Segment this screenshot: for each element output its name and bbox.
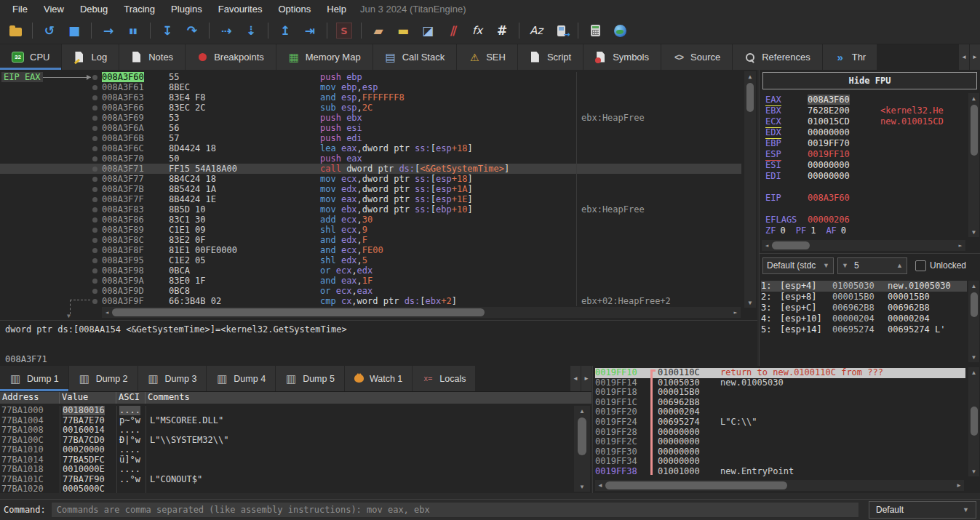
- trace-into-icon[interactable]: ⇣: [243, 23, 259, 39]
- menu-item-file[interactable]: File: [4, 1, 36, 17]
- argument-row[interactable]: 1:[esp+4]01005030new.01005030: [761, 281, 967, 292]
- register-row[interactable]: ESP0019FF10: [765, 149, 965, 160]
- disassembly-hscrollbar[interactable]: ◄ ►: [102, 307, 741, 318]
- disasm-row[interactable]: 008A3F95C1E2 05shl edx,5: [0, 255, 741, 265]
- disasm-row[interactable]: 008A3F6A56push esi: [0, 123, 741, 133]
- scroll-thumb[interactable]: [971, 292, 978, 317]
- tab-scroll-right-icon[interactable]: ►: [970, 44, 980, 70]
- disasm-row[interactable]: EIP EAX008A3F6055push ebp: [0, 72, 741, 82]
- scroll-thumb[interactable]: [578, 417, 586, 455]
- disasm-row[interactable]: 008A3F89C1E1 09shl ecx,9: [0, 225, 741, 235]
- scroll-down-icon[interactable]: ▼: [745, 297, 755, 308]
- scroll-up-icon[interactable]: ▲: [969, 281, 979, 291]
- disasm-row[interactable]: 008A3F980BCAor ecx,edx: [0, 265, 741, 276]
- register-row[interactable]: EFLAGS00000206: [765, 215, 965, 225]
- breakpoint-dot[interactable]: [92, 187, 97, 192]
- tab-scroll-left-icon[interactable]: ◄: [570, 366, 581, 391]
- disasm-row[interactable]: 008A3F6383E4 F8and esp,FFFFFFF8: [0, 92, 741, 103]
- scroll-left-icon[interactable]: ◄: [595, 481, 605, 491]
- disassembly-vscrollbar[interactable]: ▲ ▼: [744, 71, 756, 308]
- breakpoint-dot[interactable]: [92, 268, 97, 273]
- dump-column-header[interactable]: Comments: [146, 392, 591, 404]
- scroll-thumb[interactable]: [112, 308, 485, 316]
- register-row[interactable]: EBP0019FF70: [765, 138, 965, 149]
- disasm-row[interactable]: 008A3F71FF15 54A18A00call dword ptr ds:[…: [0, 164, 741, 174]
- argument-row[interactable]: 2:[esp+8]000015B0000015B0: [761, 292, 967, 303]
- breakpoint-dot[interactable]: [92, 105, 97, 111]
- tab-breakpoints[interactable]: Breakpoints: [186, 44, 276, 70]
- highlight-icon[interactable]: ∕∕: [445, 23, 461, 39]
- patch-icon[interactable]: ▰: [370, 23, 386, 39]
- disasm-row[interactable]: 008A3F9D0BC8or ecx,eax: [0, 286, 741, 296]
- breakpoint-dot[interactable]: [92, 126, 97, 131]
- dump-tab-dump-1[interactable]: ▥Dump 1: [0, 366, 68, 391]
- menu-item-favourites[interactable]: Favourites: [210, 1, 271, 17]
- profile-select[interactable]: Default ▼: [869, 501, 976, 519]
- tab-thr[interactable]: »Thr: [823, 44, 877, 70]
- tab-script[interactable]: Script: [518, 44, 583, 70]
- tab-references[interactable]: References: [733, 44, 821, 70]
- menu-item-view[interactable]: View: [36, 1, 72, 17]
- register-row[interactable]: EDI00000000: [765, 171, 965, 182]
- register-row[interactable]: [765, 182, 965, 193]
- breakpoint-dot[interactable]: [92, 248, 97, 253]
- disasm-row[interactable]: 008A3F778B4C24 18mov ecx,dword ptr ss:[e…: [0, 174, 741, 184]
- argument-count-spinner[interactable]: ▼ 5 ▲: [837, 257, 907, 274]
- animate-into-icon[interactable]: ⇢: [218, 23, 234, 39]
- tab-call-stack[interactable]: ▤Call Stack: [373, 44, 457, 70]
- comment-icon[interactable]: ▬: [395, 23, 411, 39]
- pause-icon[interactable]: ▮▮: [125, 23, 141, 39]
- stack-pane[interactable]: 0019FF100100110Creturn to new.0100110C f…: [592, 366, 980, 493]
- restart-icon[interactable]: ↺: [41, 23, 57, 39]
- disasm-row[interactable]: 008A3F9A83E0 1Fand eax,1F: [0, 276, 741, 286]
- dump-vscrollbar[interactable]: ▲ ▼: [574, 406, 590, 492]
- dump-row[interactable]: 77BA10200005000C: [0, 484, 573, 493]
- disassembly-pane[interactable]: EIP EAX008A3F6055push ebp008A3F618BECmov…: [0, 70, 757, 321]
- menu-item-debug[interactable]: Debug: [72, 1, 116, 17]
- tab-log[interactable]: Log: [62, 44, 119, 70]
- hide-fpu-button[interactable]: Hide FPU: [762, 72, 977, 89]
- breakpoint-dot[interactable]: [92, 238, 97, 243]
- dump-tab-dump-4[interactable]: ▥Dump 4: [207, 366, 275, 391]
- tab-symbols[interactable]: Symbols: [583, 44, 661, 70]
- dump-row[interactable]: 77BA101000020000....: [0, 445, 573, 455]
- dump-tab-dump-2[interactable]: ▥Dump 2: [69, 366, 138, 391]
- globe-icon[interactable]: [612, 23, 628, 39]
- menu-item-plugins[interactable]: Plugins: [163, 1, 210, 17]
- scroll-down-icon[interactable]: ▼: [969, 227, 979, 237]
- register-row[interactable]: [765, 204, 965, 215]
- breakpoint-dot[interactable]: [92, 279, 97, 284]
- disasm-row[interactable]: 008A3F6953push ebxebx:HeapFree: [0, 113, 741, 123]
- dump-column-header[interactable]: Value: [60, 392, 116, 404]
- disasm-row[interactable]: 008A3F7050push eax: [0, 153, 741, 164]
- az-icon[interactable]: Az: [528, 23, 544, 39]
- hash-icon[interactable]: #: [494, 23, 510, 39]
- tab-scroll-left-icon[interactable]: ◄: [959, 44, 969, 70]
- disasm-row[interactable]: 008A3F6683EC 2Csub esp,2C: [0, 103, 741, 113]
- dump-tab-watch-1[interactable]: Watch 1: [345, 366, 412, 391]
- command-input[interactable]: [51, 502, 859, 518]
- scroll-right-icon[interactable]: ►: [955, 241, 965, 251]
- stack-vscrollbar[interactable]: ▲ ▼: [968, 367, 979, 476]
- register-row[interactable]: EDX00000000: [765, 127, 965, 138]
- argument-row[interactable]: 4:[esp+10]0000020400000204: [761, 313, 967, 324]
- dump-row[interactable]: 77BA101477BA5DFCü]°w: [0, 455, 573, 465]
- argument-row[interactable]: 3:[esp+C]006962B8006962B8: [761, 303, 967, 313]
- tab-seh[interactable]: ⚠SEH: [457, 44, 517, 70]
- breakpoint-dot[interactable]: [92, 156, 97, 161]
- scroll-thumb[interactable]: [605, 481, 787, 489]
- execute-till-return-icon[interactable]: ↥: [277, 23, 293, 39]
- register-row[interactable]: EBX7628E200<kernel32.He: [765, 105, 965, 116]
- tab-scroll-right-icon[interactable]: ►: [581, 366, 591, 391]
- tab-memory-map[interactable]: ▦Memory Map: [276, 44, 373, 70]
- disasm-row[interactable]: 008A3F838B5D 10mov ebx,dword ptr ss:[ebp…: [0, 204, 741, 215]
- register-row[interactable]: ESI00000000: [765, 160, 965, 171]
- scroll-down-icon[interactable]: ▼: [969, 352, 979, 362]
- unlocked-checkbox[interactable]: [915, 260, 926, 271]
- goto-icon[interactable]: [553, 23, 569, 39]
- scroll-thumb[interactable]: [746, 83, 754, 112]
- registers-vscrollbar[interactable]: ▲ ▼: [968, 93, 979, 237]
- scroll-thumb[interactable]: [971, 407, 978, 436]
- breakpoint-dot[interactable]: [92, 146, 97, 151]
- dump-tab-locals[interactable]: x=Locals: [413, 366, 475, 391]
